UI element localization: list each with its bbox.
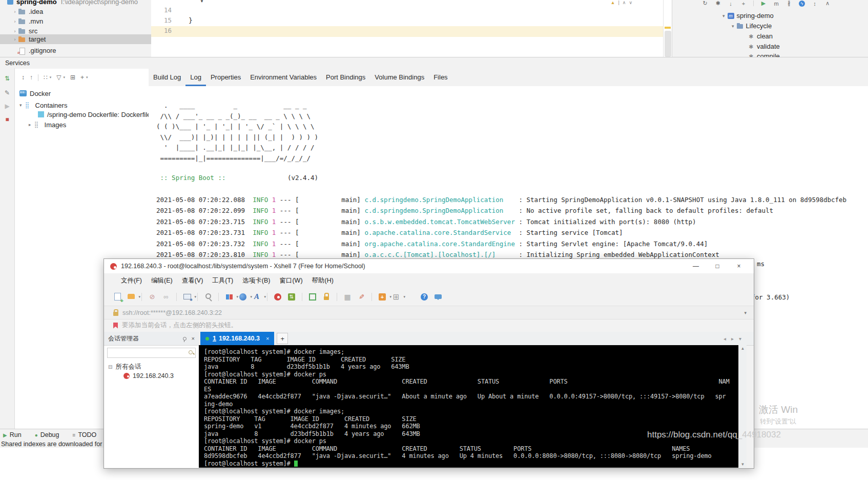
xftp-app-icon[interactable]	[286, 292, 297, 302]
project-item-.gitignore[interactable]: .gitignore	[0, 46, 151, 55]
project-item-target[interactable]: ›target	[0, 34, 151, 44]
run-disabled-icon[interactable]: ▶	[0, 103, 14, 110]
tab-files[interactable]: Files	[429, 68, 452, 86]
inspections-widget[interactable]: ▲|∧∨	[611, 0, 632, 5]
execute-goal-icon[interactable]: ϟ	[799, 1, 805, 7]
help-icon[interactable]	[419, 292, 429, 302]
web-browser-icon[interactable]: ▾	[238, 292, 248, 302]
editor[interactable]: 141516 } ▼ ▲|∧∨	[151, 0, 663, 57]
terminal-scrollbar[interactable]: ▲ ▼	[738, 345, 747, 468]
services-item[interactable]: /spring-demo Dockerfile: Dockerfile	[38, 109, 151, 119]
prev-problem-icon[interactable]: ∧	[623, 0, 626, 5]
debug-toolwindow-button[interactable]: ●Debug	[35, 431, 59, 438]
tab-log[interactable]: Log	[185, 68, 206, 86]
menu-文件(F)[interactable]: 文件(F)	[117, 276, 146, 285]
chevron-down-icon[interactable]: ▾	[19, 103, 22, 108]
scroll-down-icon[interactable]: ▼	[739, 462, 747, 467]
close-panel-icon[interactable]: ×	[192, 335, 195, 342]
find-icon[interactable]	[203, 292, 213, 302]
reconnect-icon[interactable]	[161, 292, 171, 302]
next-problem-icon[interactable]: ∨	[629, 0, 632, 5]
services-item[interactable]: ▾⣿Containers	[19, 100, 67, 110]
tab-port-bindings[interactable]: Port Bindings	[321, 68, 370, 86]
tab-properties[interactable]: Properties	[206, 68, 245, 86]
fullscreen-icon[interactable]	[307, 292, 318, 302]
expand-all-icon[interactable]: ↕	[22, 74, 25, 81]
expand-all-icon[interactable]: ↕	[812, 1, 818, 7]
scroll-up-icon[interactable]: ▲	[739, 346, 747, 351]
maven-item-spring-demo[interactable]: ▾mspring-demo	[722, 11, 774, 21]
add-service-icon[interactable]: +	[80, 74, 84, 81]
disconnect-icon[interactable]	[147, 292, 157, 302]
tab-close-icon[interactable]: ×	[266, 335, 269, 342]
session-manager-header[interactable]: 会话管理器 ×	[104, 332, 199, 346]
terminal-tab-active[interactable]: 1 192.168.240.3 ×	[200, 332, 274, 345]
scrollbar-thumb[interactable]	[665, 31, 671, 57]
group-by-icon[interactable]: ∷	[44, 74, 48, 81]
download-sources-icon[interactable]: ↓	[728, 1, 734, 7]
terminal[interactable]: [root@localhost system]# docker images; …	[199, 345, 738, 468]
collapse-box-icon[interactable]: ⊟	[108, 364, 112, 370]
layout-compose-icon[interactable]: ▾	[224, 292, 234, 302]
tab-scroll-left-icon[interactable]: ◂	[724, 336, 726, 342]
edit-configuration-icon[interactable]: ✎	[0, 89, 14, 96]
maximize-button[interactable]: □	[707, 259, 728, 273]
todo-toolwindow-button[interactable]: ≡TODO	[73, 431, 97, 438]
run-toolwindow-button[interactable]: ▶Run	[3, 431, 22, 438]
sync-icon[interactable]: ↻	[702, 0, 708, 7]
tab-volume-bindings[interactable]: Volume Bindings	[370, 68, 429, 86]
minimize-button[interactable]: —	[685, 259, 707, 273]
collapse-all-icon[interactable]: ↑	[30, 74, 33, 81]
pin-icon[interactable]	[183, 337, 187, 341]
services-toolwindow-header[interactable]: Services	[0, 57, 868, 69]
window-layout-icon[interactable]: ▾	[391, 292, 401, 302]
session-node[interactable]: 192.168.240.3	[123, 372, 174, 379]
tab-build-log[interactable]: Build Log	[149, 68, 185, 86]
filter-icon[interactable]: ▽	[56, 74, 61, 81]
xshell-titlebar[interactable]: 192.168.240.3 - root@localhost:/lib/syst…	[104, 259, 754, 273]
font-icon[interactable]: ▾	[252, 292, 262, 302]
skip-tests-icon[interactable]: ∦	[786, 0, 792, 7]
menu-选项卡(B)[interactable]: 选项卡(B)	[239, 276, 274, 285]
new-file-icon[interactable]: ▾	[377, 292, 387, 302]
highlighter-icon[interactable]	[356, 292, 366, 302]
project-item-.idea[interactable]: ›.idea	[0, 7, 151, 16]
maven-item-validate[interactable]: ✱validate	[748, 42, 780, 51]
session-search-input[interactable]	[107, 348, 196, 358]
open-folder-icon[interactable]: ▾	[126, 292, 136, 302]
project-item-.mvn[interactable]: ›.mvn	[0, 16, 151, 26]
project-root-row[interactable]: spring-demo I:\ideaproject\spring-demo	[7, 0, 138, 6]
chevron-right-icon[interactable]: ▸	[29, 122, 31, 127]
settings-icon[interactable]: ✱	[715, 0, 721, 7]
maven-item-clean[interactable]: ✱clean	[748, 31, 773, 41]
add-icon[interactable]: +	[740, 1, 747, 7]
xshell-app-icon[interactable]	[273, 292, 283, 302]
close-button[interactable]: ×	[728, 259, 750, 273]
menu-工具(T)[interactable]: 工具(T)	[209, 276, 237, 285]
collapse-all-icon[interactable]: ∧	[824, 0, 831, 7]
maven-m-icon[interactable]: m	[773, 1, 779, 7]
editor-scrollbar[interactable]	[663, 0, 672, 57]
chat-icon[interactable]	[433, 292, 443, 302]
chevron-down-icon[interactable]: ▾	[732, 24, 734, 29]
lock-icon[interactable]	[321, 292, 332, 302]
stop-icon[interactable]: ■	[0, 116, 14, 123]
tab-list-dropdown-icon[interactable]: ▾	[739, 336, 741, 342]
tab-scroll-right-icon[interactable]: ▸	[731, 336, 734, 342]
menu-编辑(E)[interactable]: 编辑(E)	[148, 276, 176, 285]
menu-查看(V)[interactable]: 查看(V)	[178, 276, 207, 285]
deploy-icon[interactable]: ⇅	[0, 75, 14, 82]
run-icon[interactable]: ▶	[760, 0, 767, 7]
maven-item-Lifecycle[interactable]: ▾Lifecycle	[732, 21, 772, 31]
maven-item-compile[interactable]: ✱compile	[748, 51, 780, 57]
menu-窗口(W)[interactable]: 窗口(W)	[276, 276, 306, 285]
chevron-down-icon[interactable]: ▾	[722, 13, 725, 18]
new-tab-button[interactable]: +	[277, 333, 288, 344]
all-sessions-node[interactable]: ⊟ 所有会话	[108, 363, 141, 371]
keyboard-icon[interactable]	[342, 292, 353, 302]
session-properties-icon[interactable]: ▾	[182, 292, 192, 302]
services-item[interactable]: Docker	[19, 88, 51, 98]
address-dropdown-icon[interactable]: ▾	[744, 310, 747, 315]
tab-environment-variables[interactable]: Environment Variables	[245, 68, 321, 86]
menu-帮助(H)[interactable]: 帮助(H)	[308, 276, 337, 285]
